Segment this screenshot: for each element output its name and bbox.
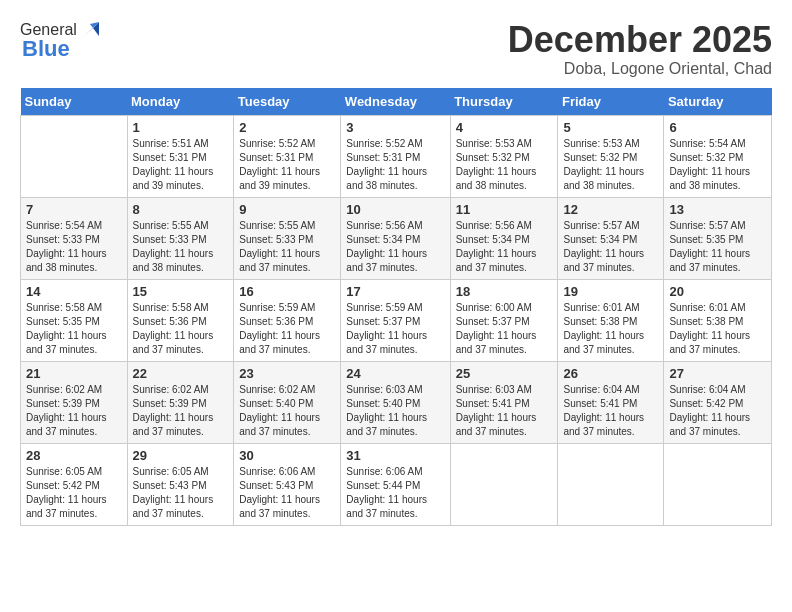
logo-icon [79,18,101,40]
day-number: 12 [563,202,658,217]
day-cell: 9Sunrise: 5:55 AM Sunset: 5:33 PM Daylig… [234,197,341,279]
day-info: Sunrise: 6:04 AM Sunset: 5:41 PM Dayligh… [563,383,658,439]
day-number: 20 [669,284,766,299]
day-number: 27 [669,366,766,381]
day-number: 9 [239,202,335,217]
day-number: 10 [346,202,444,217]
day-info: Sunrise: 6:00 AM Sunset: 5:37 PM Dayligh… [456,301,553,357]
day-number: 24 [346,366,444,381]
day-cell: 29Sunrise: 6:05 AM Sunset: 5:43 PM Dayli… [127,443,234,525]
day-cell: 31Sunrise: 6:06 AM Sunset: 5:44 PM Dayli… [341,443,450,525]
day-info: Sunrise: 5:52 AM Sunset: 5:31 PM Dayligh… [239,137,335,193]
day-cell: 27Sunrise: 6:04 AM Sunset: 5:42 PM Dayli… [664,361,772,443]
day-info: Sunrise: 5:55 AM Sunset: 5:33 PM Dayligh… [239,219,335,275]
day-cell: 14Sunrise: 5:58 AM Sunset: 5:35 PM Dayli… [21,279,128,361]
day-info: Sunrise: 6:01 AM Sunset: 5:38 PM Dayligh… [563,301,658,357]
day-number: 21 [26,366,122,381]
day-cell: 23Sunrise: 6:02 AM Sunset: 5:40 PM Dayli… [234,361,341,443]
day-cell: 15Sunrise: 5:58 AM Sunset: 5:36 PM Dayli… [127,279,234,361]
day-cell: 3Sunrise: 5:52 AM Sunset: 5:31 PM Daylig… [341,115,450,197]
day-number: 6 [669,120,766,135]
week-row-5: 28Sunrise: 6:05 AM Sunset: 5:42 PM Dayli… [21,443,772,525]
day-cell: 19Sunrise: 6:01 AM Sunset: 5:38 PM Dayli… [558,279,664,361]
day-number: 18 [456,284,553,299]
day-cell: 7Sunrise: 5:54 AM Sunset: 5:33 PM Daylig… [21,197,128,279]
day-cell: 5Sunrise: 5:53 AM Sunset: 5:32 PM Daylig… [558,115,664,197]
month-title: December 2025 [508,20,772,60]
day-number: 22 [133,366,229,381]
header-thursday: Thursday [450,88,558,116]
header-row: SundayMondayTuesdayWednesdayThursdayFrid… [21,88,772,116]
calendar-table: SundayMondayTuesdayWednesdayThursdayFrid… [20,88,772,526]
header-sunday: Sunday [21,88,128,116]
header-wednesday: Wednesday [341,88,450,116]
day-cell: 10Sunrise: 5:56 AM Sunset: 5:34 PM Dayli… [341,197,450,279]
day-number: 29 [133,448,229,463]
day-info: Sunrise: 5:53 AM Sunset: 5:32 PM Dayligh… [563,137,658,193]
day-info: Sunrise: 5:59 AM Sunset: 5:37 PM Dayligh… [346,301,444,357]
day-number: 3 [346,120,444,135]
day-cell: 20Sunrise: 6:01 AM Sunset: 5:38 PM Dayli… [664,279,772,361]
day-number: 7 [26,202,122,217]
day-info: Sunrise: 5:57 AM Sunset: 5:34 PM Dayligh… [563,219,658,275]
day-cell: 8Sunrise: 5:55 AM Sunset: 5:33 PM Daylig… [127,197,234,279]
calendar-body: 1Sunrise: 5:51 AM Sunset: 5:31 PM Daylig… [21,115,772,525]
day-info: Sunrise: 5:52 AM Sunset: 5:31 PM Dayligh… [346,137,444,193]
day-number: 16 [239,284,335,299]
day-info: Sunrise: 6:03 AM Sunset: 5:41 PM Dayligh… [456,383,553,439]
day-info: Sunrise: 6:02 AM Sunset: 5:40 PM Dayligh… [239,383,335,439]
day-number: 5 [563,120,658,135]
day-info: Sunrise: 5:56 AM Sunset: 5:34 PM Dayligh… [456,219,553,275]
day-cell: 4Sunrise: 5:53 AM Sunset: 5:32 PM Daylig… [450,115,558,197]
day-number: 1 [133,120,229,135]
day-cell [450,443,558,525]
day-cell: 25Sunrise: 6:03 AM Sunset: 5:41 PM Dayli… [450,361,558,443]
day-info: Sunrise: 5:53 AM Sunset: 5:32 PM Dayligh… [456,137,553,193]
location: Doba, Logone Oriental, Chad [508,60,772,78]
day-info: Sunrise: 5:51 AM Sunset: 5:31 PM Dayligh… [133,137,229,193]
day-number: 4 [456,120,553,135]
week-row-1: 1Sunrise: 5:51 AM Sunset: 5:31 PM Daylig… [21,115,772,197]
day-number: 31 [346,448,444,463]
day-info: Sunrise: 6:02 AM Sunset: 5:39 PM Dayligh… [26,383,122,439]
day-info: Sunrise: 5:54 AM Sunset: 5:32 PM Dayligh… [669,137,766,193]
day-info: Sunrise: 6:05 AM Sunset: 5:42 PM Dayligh… [26,465,122,521]
day-info: Sunrise: 5:57 AM Sunset: 5:35 PM Dayligh… [669,219,766,275]
day-number: 2 [239,120,335,135]
day-cell: 28Sunrise: 6:05 AM Sunset: 5:42 PM Dayli… [21,443,128,525]
day-number: 23 [239,366,335,381]
day-number: 30 [239,448,335,463]
day-info: Sunrise: 6:06 AM Sunset: 5:44 PM Dayligh… [346,465,444,521]
day-cell: 30Sunrise: 6:06 AM Sunset: 5:43 PM Dayli… [234,443,341,525]
header-friday: Friday [558,88,664,116]
day-info: Sunrise: 5:58 AM Sunset: 5:35 PM Dayligh… [26,301,122,357]
day-info: Sunrise: 6:01 AM Sunset: 5:38 PM Dayligh… [669,301,766,357]
day-cell: 1Sunrise: 5:51 AM Sunset: 5:31 PM Daylig… [127,115,234,197]
header-monday: Monday [127,88,234,116]
day-info: Sunrise: 6:06 AM Sunset: 5:43 PM Dayligh… [239,465,335,521]
day-number: 11 [456,202,553,217]
day-cell: 24Sunrise: 6:03 AM Sunset: 5:40 PM Dayli… [341,361,450,443]
day-info: Sunrise: 5:55 AM Sunset: 5:33 PM Dayligh… [133,219,229,275]
calendar-header: SundayMondayTuesdayWednesdayThursdayFrid… [21,88,772,116]
day-cell [558,443,664,525]
title-area: December 2025 Doba, Logone Oriental, Cha… [508,20,772,78]
day-cell: 2Sunrise: 5:52 AM Sunset: 5:31 PM Daylig… [234,115,341,197]
day-number: 26 [563,366,658,381]
day-cell [21,115,128,197]
day-info: Sunrise: 6:02 AM Sunset: 5:39 PM Dayligh… [133,383,229,439]
day-number: 25 [456,366,553,381]
day-cell: 13Sunrise: 5:57 AM Sunset: 5:35 PM Dayli… [664,197,772,279]
day-cell: 22Sunrise: 6:02 AM Sunset: 5:39 PM Dayli… [127,361,234,443]
logo-blue: Blue [22,36,70,62]
day-cell: 12Sunrise: 5:57 AM Sunset: 5:34 PM Dayli… [558,197,664,279]
day-info: Sunrise: 5:58 AM Sunset: 5:36 PM Dayligh… [133,301,229,357]
day-cell: 11Sunrise: 5:56 AM Sunset: 5:34 PM Dayli… [450,197,558,279]
day-info: Sunrise: 6:03 AM Sunset: 5:40 PM Dayligh… [346,383,444,439]
day-cell: 6Sunrise: 5:54 AM Sunset: 5:32 PM Daylig… [664,115,772,197]
week-row-2: 7Sunrise: 5:54 AM Sunset: 5:33 PM Daylig… [21,197,772,279]
day-cell [664,443,772,525]
header-tuesday: Tuesday [234,88,341,116]
day-number: 28 [26,448,122,463]
day-number: 15 [133,284,229,299]
